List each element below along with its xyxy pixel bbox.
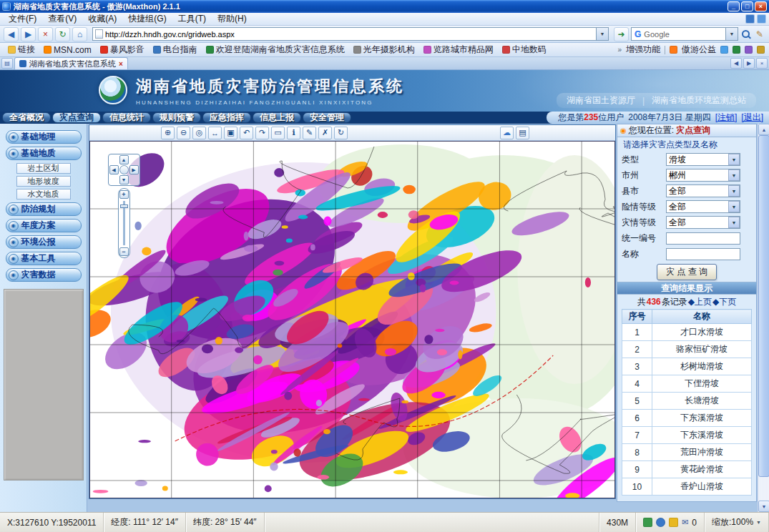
- table-row[interactable]: 8荒田冲滑坡: [622, 444, 752, 461]
- table-row[interactable]: 5长塘滑坡: [622, 393, 752, 410]
- chevron-down-icon[interactable]: ▼: [728, 217, 740, 228]
- links-overflow-icon[interactable]: »: [617, 46, 622, 54]
- table-row[interactable]: 10香炉山滑坡: [622, 478, 752, 496]
- identify-icon[interactable]: ℹ: [287, 127, 300, 139]
- proxy-icon[interactable]: [720, 46, 728, 54]
- link-city[interactable]: 览路城市精品网: [420, 44, 497, 56]
- banner-link-monitor-station[interactable]: 湖南省地质环境监测总站: [652, 94, 746, 107]
- security-shield-icon[interactable]: [643, 518, 652, 527]
- pan-right-icon[interactable]: ▶: [129, 165, 139, 174]
- sound-icon[interactable]: [757, 46, 765, 54]
- tab-scroll-left-icon[interactable]: ◀: [730, 58, 742, 69]
- maximize-button[interactable]: □: [741, 1, 753, 11]
- zoom-level[interactable]: 缩放:100% ▼: [705, 513, 769, 532]
- sidebar-item-annual-plan[interactable]: ◉年度方案: [6, 219, 82, 232]
- panel-toggle-icon[interactable]: [745, 14, 755, 24]
- address-dropdown-icon[interactable]: ▼: [596, 28, 608, 40]
- refresh-map-icon[interactable]: ↻: [334, 127, 348, 139]
- table-row[interactable]: 9黄花岭滑坡: [622, 461, 752, 478]
- chevron-down-icon[interactable]: ▼: [728, 154, 740, 165]
- map-layers-icon[interactable]: ▤: [516, 127, 529, 139]
- close-button[interactable]: ×: [755, 1, 767, 11]
- link-zhongdi[interactable]: 中地数码: [499, 44, 550, 56]
- previous-view-icon[interactable]: ↶: [240, 127, 253, 139]
- link-photo[interactable]: 光年摄影机构: [350, 44, 418, 56]
- danger-level-select[interactable]: 全部▼: [666, 200, 740, 213]
- menu-tools[interactable]: 工具(T): [172, 13, 212, 25]
- city-select[interactable]: 郴州▼: [666, 169, 740, 182]
- enhance-features-link[interactable]: 增强功能: [626, 44, 660, 56]
- pan-left-icon[interactable]: ◀: [109, 165, 119, 174]
- table-row[interactable]: 7下东溪滑坡: [622, 427, 752, 444]
- exit-link[interactable]: [退出]: [741, 112, 763, 124]
- zoom-slider-plus-icon[interactable]: +: [119, 190, 129, 199]
- unified-id-input[interactable]: [666, 232, 740, 245]
- forward-button[interactable]: ▶: [21, 27, 36, 41]
- link-msn[interactable]: MSN.com: [40, 45, 95, 55]
- geological-map[interactable]: ▲ ◀ ▶ ▼ + −: [89, 141, 615, 498]
- maxthon-charity-link[interactable]: 傲游公益: [682, 44, 716, 56]
- back-button[interactable]: ◀: [4, 27, 19, 41]
- logout-link[interactable]: [注销]: [715, 112, 738, 124]
- mail-icon[interactable]: ✉: [682, 518, 688, 527]
- zoom-in-icon[interactable]: ⊕: [161, 127, 175, 139]
- menu-groups[interactable]: 快捷组(G): [122, 13, 172, 25]
- link-radio[interactable]: 电台指南: [150, 44, 201, 56]
- pan-up-icon[interactable]: ▲: [119, 155, 129, 164]
- select-rect-icon[interactable]: ▭: [271, 127, 285, 139]
- tab-bar-close-icon[interactable]: ×: [756, 58, 768, 69]
- chevron-down-icon[interactable]: ▼: [728, 185, 740, 197]
- sidebar-item-disaster-data[interactable]: ◉灾害数据: [6, 268, 82, 282]
- rss-icon[interactable]: [733, 46, 740, 54]
- sidebar-item-base-geography[interactable]: ◉基础地理: [6, 130, 82, 144]
- measure-icon[interactable]: ✎: [303, 127, 316, 139]
- nav-tab-overview[interactable]: 全省概况: [2, 112, 51, 123]
- nav-tab-warning[interactable]: 规则预警: [152, 112, 201, 123]
- tab-scroll-right-icon[interactable]: ▶: [743, 58, 755, 69]
- zoom-dropdown-icon[interactable]: ▼: [756, 520, 761, 525]
- next-view-icon[interactable]: ↷: [255, 127, 269, 139]
- next-page-link[interactable]: ◆下页: [712, 296, 736, 308]
- nav-tab-admin[interactable]: 安全管理: [303, 112, 351, 123]
- sidebar-subitem-slope[interactable]: 地形坡度: [16, 176, 71, 187]
- disaster-level-select[interactable]: 全部▼: [666, 216, 740, 229]
- center-map-icon[interactable]: ◎: [192, 127, 206, 139]
- pan-icon[interactable]: ↔: [208, 127, 222, 139]
- nav-tab-emergency[interactable]: 应急指挥: [202, 112, 251, 123]
- search-engine-label[interactable]: Google: [644, 30, 723, 39]
- scroll-up-icon[interactable]: ▲: [758, 124, 769, 135]
- pan-down-icon[interactable]: ▼: [119, 175, 129, 184]
- link-baofeng[interactable]: 暴风影音: [97, 44, 148, 56]
- zoom-out-icon[interactable]: ⊖: [177, 127, 190, 139]
- name-input[interactable]: [666, 248, 740, 260]
- fill-form-icon[interactable]: ✎: [754, 29, 765, 39]
- query-button[interactable]: 灾 点 查 询: [657, 264, 717, 280]
- tab-close-icon[interactable]: ×: [119, 60, 123, 68]
- sidebar-item-env-bulletin[interactable]: ◉环境公报: [6, 235, 82, 249]
- sidebar-subitem-hydrogeology[interactable]: 水文地质: [16, 189, 71, 200]
- home-button[interactable]: ⌂: [72, 27, 87, 41]
- menu-file[interactable]: 文件(F): [3, 13, 42, 25]
- fullscreen-icon[interactable]: [757, 14, 766, 24]
- tab-list-icon[interactable]: ▤: [1, 58, 13, 69]
- chevron-down-icon[interactable]: ▼: [728, 201, 740, 212]
- sidebar-item-basic-tools[interactable]: ◉基本工具: [6, 252, 82, 265]
- table-row[interactable]: 2骆家恒矿滑坡: [622, 341, 752, 358]
- scroll-down-icon[interactable]: ▼: [758, 501, 769, 512]
- sidebar-item-prevention-plan[interactable]: ◉防治规划: [6, 202, 82, 216]
- weather-icon[interactable]: ☁: [500, 127, 514, 139]
- menu-favorites[interactable]: 收藏(A): [82, 13, 122, 25]
- full-extent-icon[interactable]: ▣: [224, 127, 237, 139]
- links-folder[interactable]: 链接: [4, 44, 39, 56]
- browser-tab-active[interactable]: 湖南省地质灾害信息系统 ×: [14, 57, 128, 69]
- prev-page-link[interactable]: ◆上页: [688, 296, 712, 308]
- vertical-scrollbar[interactable]: ▲ ▼: [758, 124, 769, 512]
- type-select[interactable]: 滑坡▼: [666, 153, 740, 166]
- chevron-down-icon[interactable]: ▼: [728, 169, 740, 181]
- table-row[interactable]: 4下俚滑坡: [622, 375, 752, 393]
- refresh-button[interactable]: ↻: [55, 27, 70, 41]
- table-row[interactable]: 3杉树坳滑坡: [622, 358, 752, 375]
- search-box[interactable]: G Google ▼: [631, 27, 738, 41]
- address-bar[interactable]: http://dzzh.hndh.gov.cn/gridweb.aspx ▼: [92, 27, 609, 41]
- skin-icon[interactable]: [745, 46, 753, 54]
